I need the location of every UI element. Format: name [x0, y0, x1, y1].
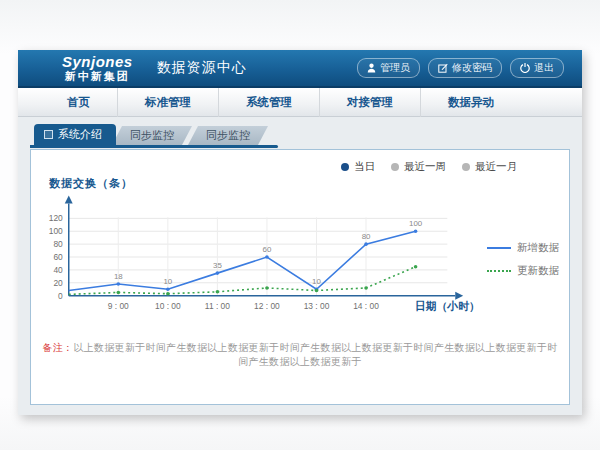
svg-text:40: 40	[53, 265, 63, 275]
tab-bar: 系统介绍 同步监控 同步监控	[34, 124, 570, 145]
main-nav: 首页 标准管理 系统管理 对接管理 数据异动	[18, 88, 582, 117]
document-icon	[44, 130, 53, 139]
svg-text:0: 0	[58, 291, 63, 301]
power-icon	[520, 63, 530, 73]
svg-text:9 : 00: 9 : 00	[108, 301, 129, 311]
svg-text:60: 60	[263, 245, 272, 254]
header-actions: 管理员 修改密码 退出	[357, 58, 564, 78]
blue-line-icon	[487, 247, 511, 249]
filter-today[interactable]: 当日	[341, 160, 375, 174]
content-area: 系统介绍 同步监控 同步监控 当日 最近一周 最近一月	[18, 117, 582, 405]
brand-logo-name: Synjones	[62, 54, 133, 69]
change-password-label: 修改密码	[452, 61, 492, 75]
filter-label: 当日	[354, 160, 375, 174]
svg-text:120: 120	[49, 213, 63, 223]
svg-text:12 : 00: 12 : 00	[254, 301, 280, 311]
tab-underline	[30, 145, 278, 148]
legend-item-updated-data[interactable]: 更新数据	[487, 264, 559, 278]
logout-label: 退出	[534, 61, 554, 75]
filter-label: 最近一月	[475, 160, 517, 174]
filter-label: 最近一周	[404, 160, 446, 174]
tab-label: 系统介绍	[58, 124, 102, 145]
svg-text:13 : 00: 13 : 00	[304, 301, 330, 311]
tab-system-intro[interactable]: 系统介绍	[34, 124, 116, 145]
svg-text:80: 80	[53, 239, 63, 249]
svg-text:80: 80	[362, 232, 371, 241]
tab-sync-monitor-2[interactable]: 同步监控	[188, 126, 268, 145]
line-chart: 9 : 0010 : 0011 : 0012 : 0013 : 0014 : 0…	[41, 193, 481, 325]
svg-text:60: 60	[53, 252, 63, 262]
user-button[interactable]: 管理员	[357, 58, 420, 78]
brand-logo: Synjones 新中新集团	[62, 54, 133, 82]
filter-last-week[interactable]: 最近一周	[391, 160, 446, 174]
nav-item-data-change[interactable]: 数据异动	[421, 88, 521, 117]
footnote-text: 以上数据更新于时间产生数据以上数据更新于时间产生数据以上数据更新于时间产生数据以…	[73, 342, 557, 367]
page-title: 数据资源中心	[157, 59, 247, 77]
edit-icon	[438, 63, 448, 73]
svg-text:10 : 00: 10 : 00	[155, 301, 181, 311]
app-window: Synjones 新中新集团 数据资源中心 管理员 修改密码 退出	[18, 50, 582, 415]
filter-last-month[interactable]: 最近一月	[462, 160, 517, 174]
chart-panel: 当日 最近一周 最近一月 数据交换（条） 9 : 0010 : 0011 : 0…	[30, 149, 570, 405]
period-filters: 当日 最近一周 最近一月	[41, 156, 559, 174]
svg-text:20: 20	[53, 278, 63, 288]
nav-item-interface-mgmt[interactable]: 对接管理	[320, 88, 421, 117]
legend-item-new-data[interactable]: 新增数据	[487, 241, 559, 255]
green-dotted-line-icon	[487, 270, 511, 272]
svg-text:14 : 00: 14 : 00	[353, 301, 379, 311]
svg-text:100: 100	[409, 219, 423, 228]
user-label: 管理员	[380, 61, 410, 75]
svg-text:10: 10	[163, 277, 172, 286]
nav-item-standard-mgmt[interactable]: 标准管理	[118, 88, 219, 117]
nav-item-system-mgmt[interactable]: 系统管理	[219, 88, 320, 117]
svg-text:日期（小时）: 日期（小时）	[415, 300, 480, 313]
radio-dot-icon	[391, 163, 399, 171]
chart-legend: 新增数据 更新数据	[487, 241, 559, 325]
svg-text:35: 35	[213, 261, 222, 270]
brand-logo-subtitle: 新中新集团	[65, 71, 130, 82]
footnote: 备注：以上数据更新于时间产生数据以上数据更新于时间产生数据以上数据更新于时间产生…	[41, 341, 559, 369]
y-axis-title: 数据交换（条）	[49, 176, 559, 191]
change-password-button[interactable]: 修改密码	[428, 58, 502, 78]
svg-text:18: 18	[114, 272, 123, 281]
footnote-prefix: 备注：	[42, 342, 73, 353]
svg-text:10: 10	[312, 277, 321, 286]
legend-label: 更新数据	[517, 264, 559, 278]
tab-sync-monitor-1[interactable]: 同步监控	[112, 126, 192, 145]
svg-text:11 : 00: 11 : 00	[205, 301, 230, 311]
legend-label: 新增数据	[517, 241, 559, 255]
nav-item-home[interactable]: 首页	[40, 88, 118, 117]
radio-dot-icon	[341, 163, 349, 171]
logout-button[interactable]: 退出	[510, 58, 564, 78]
chart-row: 9 : 0010 : 0011 : 0012 : 0013 : 0014 : 0…	[41, 193, 559, 325]
radio-dot-icon	[462, 163, 470, 171]
user-icon	[367, 63, 376, 73]
app-header: Synjones 新中新集团 数据资源中心 管理员 修改密码 退出	[18, 50, 582, 88]
svg-text:100: 100	[49, 226, 63, 236]
